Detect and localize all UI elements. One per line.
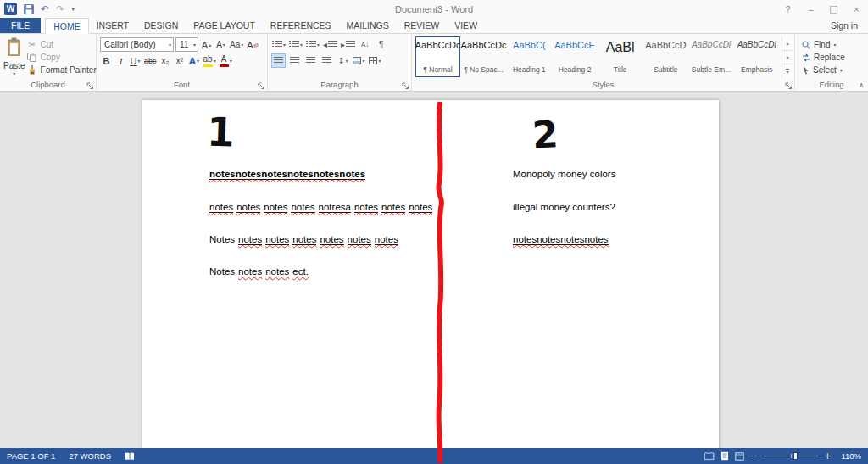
line-spacing-button[interactable]: ↕▾ bbox=[336, 53, 350, 68]
word: notes bbox=[236, 202, 260, 213]
paste-button[interactable]: Paste ▾ bbox=[3, 36, 25, 78]
red-pen-divider-line bbox=[429, 102, 451, 463]
change-case-button[interactable]: Aa ▾ bbox=[229, 37, 244, 52]
sign-in-link[interactable]: Sign in bbox=[821, 18, 868, 33]
save-icon[interactable] bbox=[24, 4, 34, 14]
tab-home[interactable]: HOME bbox=[45, 18, 89, 34]
align-left-button[interactable] bbox=[271, 53, 286, 68]
find-button[interactable]: Find ▾ bbox=[802, 38, 868, 51]
editing-group-label: Editing bbox=[819, 80, 843, 89]
web-layout-button[interactable] bbox=[735, 452, 744, 461]
sort-button[interactable]: A↓ bbox=[358, 37, 372, 52]
zoom-slider-thumb[interactable] bbox=[793, 452, 798, 460]
format-painter-button[interactable]: Format Painter bbox=[27, 64, 97, 76]
style-subtle-emphasis[interactable]: AaBbCcDi Subtle Em... bbox=[689, 36, 734, 77]
font-color-button[interactable]: A ▾ bbox=[219, 53, 233, 68]
cut-button[interactable]: ✂ Cut bbox=[27, 38, 97, 51]
styles-scroll-down-icon[interactable]: ▾ bbox=[782, 51, 793, 65]
increase-indent-button[interactable]: ▸ bbox=[340, 37, 356, 52]
style-no-spacing[interactable]: AaBbCcDc ¶ No Spac... bbox=[461, 36, 506, 77]
font-family-caret-icon: ▾ bbox=[166, 42, 171, 48]
tab-file[interactable]: FILE bbox=[0, 18, 41, 33]
read-mode-button[interactable] bbox=[704, 452, 715, 461]
select-cursor-icon bbox=[802, 66, 810, 75]
word-window: W ↶ ↷ ▾ Document3 - Word ? – □ × FILE HO… bbox=[0, 0, 868, 464]
decrease-indent-button[interactable]: ◂ bbox=[322, 37, 338, 52]
align-right-button[interactable] bbox=[303, 53, 318, 68]
minimize-icon[interactable]: – bbox=[799, 0, 822, 18]
zoom-out-button[interactable]: − bbox=[750, 450, 758, 461]
paragraph-dialog-launcher-icon[interactable] bbox=[402, 81, 409, 88]
style-preview: AaBbCcDi bbox=[737, 41, 776, 49]
style-title[interactable]: AaBl Title bbox=[598, 36, 643, 77]
zoom-level[interactable]: 110% bbox=[837, 451, 861, 461]
highlight-caret-icon: ▾ bbox=[214, 58, 216, 64]
show-formatting-marks-button[interactable]: ¶ bbox=[374, 37, 388, 52]
collapse-ribbon-icon[interactable]: ∧ bbox=[859, 81, 864, 89]
word: notes bbox=[320, 234, 343, 245]
find-caret-icon: ▾ bbox=[833, 42, 836, 48]
paste-caret-icon: ▾ bbox=[13, 70, 15, 76]
text-effects-button[interactable]: A ▾ bbox=[188, 53, 201, 68]
style-subtitle[interactable]: AaBbCcD Subtitle bbox=[643, 36, 688, 77]
word-count[interactable]: 27 WORDS bbox=[62, 448, 118, 464]
font-size-combo[interactable]: 11 ▾ bbox=[175, 37, 198, 52]
style-heading-1[interactable]: AaBbC( Heading 1 bbox=[507, 36, 552, 77]
tab-insert[interactable]: INSERT bbox=[89, 18, 136, 33]
font-family-combo[interactable]: Calibri (Body) ▾ bbox=[100, 37, 174, 52]
redo-icon[interactable]: ↷ bbox=[56, 4, 64, 14]
restore-icon[interactable]: □ bbox=[822, 0, 845, 18]
multilevel-list-button[interactable]: ▾ bbox=[305, 37, 320, 52]
numbering-button[interactable]: ▾ bbox=[288, 37, 303, 52]
tab-references[interactable]: REFERENCES bbox=[263, 18, 339, 33]
word: notes bbox=[291, 202, 314, 213]
shrink-font-button[interactable]: A ▾ bbox=[214, 37, 227, 52]
grow-font-button[interactable]: A ▴ bbox=[200, 37, 213, 52]
close-icon[interactable]: × bbox=[845, 0, 868, 18]
replace-icon bbox=[802, 53, 810, 62]
shading-caret-icon: ▾ bbox=[362, 58, 364, 64]
tab-page-layout[interactable]: PAGE LAYOUT bbox=[186, 18, 263, 33]
word: ect. bbox=[292, 266, 309, 277]
help-icon[interactable]: ? bbox=[776, 0, 799, 18]
print-layout-button[interactable] bbox=[721, 451, 729, 461]
tab-view[interactable]: VIEW bbox=[447, 18, 485, 33]
replace-button[interactable]: Replace bbox=[802, 51, 868, 64]
strikethrough-button[interactable]: abc bbox=[143, 53, 158, 68]
copy-button[interactable]: Copy bbox=[27, 51, 97, 64]
font-dialog-launcher-icon[interactable] bbox=[258, 81, 265, 88]
page-indicator[interactable]: PAGE 1 OF 1 bbox=[0, 448, 62, 464]
tab-design[interactable]: DESIGN bbox=[136, 18, 186, 33]
bold-button[interactable]: B bbox=[100, 53, 113, 68]
proofing-status[interactable] bbox=[118, 448, 142, 464]
styles-dialog-launcher-icon[interactable] bbox=[785, 81, 793, 88]
highlight-button[interactable]: ab ▾ bbox=[203, 53, 217, 68]
zoom-in-button[interactable]: + bbox=[824, 450, 832, 461]
indent-lines-icon bbox=[328, 41, 337, 48]
word: notes bbox=[354, 202, 378, 213]
qat-customize-icon[interactable]: ▾ bbox=[71, 6, 75, 13]
align-center-button[interactable] bbox=[287, 53, 302, 68]
subscript-button[interactable]: x₂ bbox=[159, 53, 172, 68]
styles-scroll-up-icon[interactable]: ▴ bbox=[782, 36, 793, 51]
bullets-button[interactable]: ▾ bbox=[271, 37, 287, 52]
underline-button[interactable]: U ▾ bbox=[129, 53, 142, 68]
zoom-slider[interactable] bbox=[764, 456, 818, 456]
group-clipboard: Paste ▾ ✂ Cut Copy bbox=[0, 34, 97, 91]
style-emphasis[interactable]: AaBbCcDi Emphasis bbox=[734, 36, 779, 77]
italic-button[interactable]: I bbox=[114, 53, 127, 68]
styles-gallery-more-icon[interactable]: ▾ bbox=[782, 64, 793, 78]
select-button[interactable]: Select ▾ bbox=[802, 64, 868, 76]
shading-button[interactable]: ▾ bbox=[352, 53, 366, 68]
clear-formatting-button[interactable]: A bbox=[246, 37, 259, 52]
style-normal[interactable]: AaBbCcDc ¶ Normal bbox=[415, 36, 460, 77]
tab-mailings[interactable]: MAILINGS bbox=[339, 18, 397, 33]
word-logo-icon[interactable]: W bbox=[4, 3, 17, 15]
undo-icon[interactable]: ↶ bbox=[41, 4, 49, 14]
superscript-button[interactable]: x² bbox=[174, 53, 186, 68]
style-heading-2[interactable]: AaBbCcE Heading 2 bbox=[553, 36, 598, 77]
clipboard-dialog-launcher-icon[interactable] bbox=[86, 81, 94, 88]
justify-button[interactable] bbox=[320, 53, 334, 68]
borders-button[interactable]: ▾ bbox=[368, 53, 382, 68]
tab-review[interactable]: REVIEW bbox=[397, 18, 447, 33]
